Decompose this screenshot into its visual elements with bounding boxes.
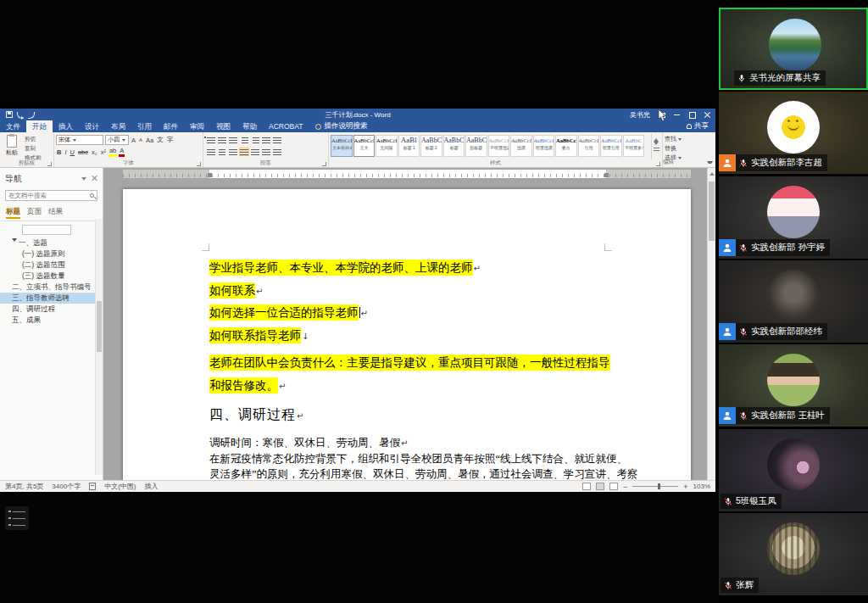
participant-tile[interactable]: 实践创新部 王桂叶 — [719, 344, 868, 427]
participant-tile[interactable]: 实践创新部李吉超 — [719, 92, 868, 174]
paragraph-dialog-launcher[interactable] — [322, 162, 326, 166]
style-card[interactable]: AaBbCcD文本框样式 — [331, 135, 353, 157]
tab-mailings[interactable]: 邮件 — [158, 120, 184, 132]
find-button[interactable]: 查找 — [665, 134, 704, 143]
save-icon[interactable] — [6, 111, 13, 118]
style-card[interactable]: AaBbC不明显参考 — [623, 135, 645, 157]
borders-button[interactable] — [273, 148, 281, 155]
tab-home[interactable]: 开始 — [26, 120, 53, 132]
nav-heading-item[interactable]: 五、成果 — [0, 315, 103, 326]
share-button[interactable]: 共享 — [680, 120, 715, 132]
phonetic-guide-button[interactable]: 文 — [156, 136, 164, 144]
underline-button[interactable]: U — [70, 148, 75, 156]
style-card[interactable]: AaBbC标题 2 — [420, 135, 442, 157]
print-layout-button[interactable] — [596, 483, 604, 490]
nav-tab-results[interactable]: 结果 — [48, 207, 63, 219]
bold-button[interactable]: B — [56, 148, 62, 156]
nav-heading-item[interactable]: (一) 选题原则 — [0, 248, 103, 260]
nav-close-icon[interactable] — [92, 175, 97, 181]
superscript-button[interactable]: x² — [100, 148, 107, 156]
increase-indent-button[interactable] — [251, 137, 259, 143]
shading-button[interactable] — [262, 148, 270, 155]
style-card[interactable]: AaBl标题 1 — [398, 135, 420, 157]
doc-line[interactable]: 和报告修改。↵ — [209, 378, 616, 394]
multilevel-list-button[interactable] — [229, 137, 237, 143]
document-search-box[interactable] — [5, 190, 97, 201]
nav-options-chevron-icon[interactable] — [81, 177, 86, 183]
tab-references[interactable]: 引用 — [131, 120, 158, 132]
tab-file[interactable]: 文件 — [0, 120, 26, 132]
align-center-button[interactable] — [218, 148, 226, 155]
style-card[interactable]: AaBbCcD不明显强调 — [488, 135, 510, 157]
show-marks-button[interactable] — [273, 137, 281, 143]
tell-me-search[interactable]: 操作说明搜索 — [309, 120, 374, 132]
style-card[interactable]: AaBbC副标题 — [465, 135, 487, 157]
search-input[interactable] — [8, 192, 88, 199]
doc-line[interactable]: 如何选择一位合适的指导老师↵ — [209, 305, 616, 321]
styles-gallery-scroll[interactable] — [651, 134, 660, 159]
zoom-slider[interactable] — [632, 486, 678, 487]
scroll-up-icon[interactable] — [709, 170, 715, 176]
change-case-button[interactable]: Aa — [145, 137, 154, 144]
document-page[interactable]: 学业指导老师、本专业、本学院的老师、上课的老师↵ 如何联系↵ 如何选择一位合适的… — [123, 189, 691, 480]
style-card[interactable]: AaBbCcD无间隔 — [376, 135, 398, 157]
replace-button[interactable]: 替换 — [665, 143, 704, 153]
nav-heading-item[interactable]: 四、调研过程 — [0, 304, 103, 315]
word-count[interactable]: 3400个字 — [52, 482, 81, 491]
gallery-up-icon[interactable] — [654, 136, 659, 142]
nav-pane-scrollbar[interactable] — [95, 219, 103, 475]
sort-button[interactable] — [262, 137, 270, 143]
gallery-down-icon[interactable] — [654, 142, 659, 148]
account-user-name[interactable]: 吴书光 — [630, 110, 650, 120]
participant-tile[interactable]: 张辉 — [719, 513, 868, 595]
doc-line[interactable]: 如何联系↵ — [209, 283, 616, 299]
styles-dialog-launcher[interactable] — [656, 162, 660, 166]
document-scrollbar[interactable] — [707, 168, 715, 480]
nav-heading-item[interactable]: 二、立项书、指导书编号 — [0, 282, 103, 293]
nav-heading-item[interactable]: (三) 选题数量 — [0, 271, 103, 282]
collapse-ribbon-icon[interactable] — [707, 161, 713, 165]
proofing-icon[interactable] — [89, 483, 96, 490]
minimize-button[interactable] — [673, 111, 681, 119]
zoom-out-button[interactable]: − — [623, 483, 627, 490]
grow-font-button[interactable]: A — [131, 137, 136, 144]
doc-heading[interactable]: 四、调研过程↵ — [209, 406, 616, 424]
floating-toolbar-icon[interactable] — [5, 506, 29, 530]
redo-icon[interactable] — [28, 112, 35, 119]
numbering-button[interactable] — [218, 137, 226, 143]
align-left-button[interactable] — [207, 148, 215, 155]
nav-heading-item-selected[interactable]: 三、指导教师选聘 — [0, 293, 103, 304]
font-dialog-launcher[interactable] — [197, 162, 201, 166]
scrollbar-thumb[interactable] — [709, 181, 715, 241]
character-border-button[interactable]: 字 — [166, 136, 175, 144]
doc-line[interactable]: 老师在团队中会负责什么：主要是指导建议，重点项目可跟随，一般性过程指导 — [209, 355, 616, 371]
subscript-button[interactable]: x₂ — [91, 148, 98, 156]
page-indicator[interactable]: 第4页, 共5页 — [5, 482, 43, 491]
style-card[interactable]: AaBbCcD要点 — [555, 135, 577, 157]
zoom-level[interactable]: 103% — [693, 483, 710, 490]
font-size-combobox[interactable]: 小四 — [105, 135, 129, 145]
undo-icon[interactable] — [17, 112, 24, 119]
web-layout-button[interactable] — [609, 483, 618, 490]
tab-design[interactable]: 设计 — [79, 120, 105, 132]
tab-layout[interactable]: 布局 — [105, 120, 131, 132]
doc-line[interactable]: 灵活多样”的原则，充分利用寒假、双休日、劳动周、暑假，通过社会调查、学习宣讲、考… — [209, 467, 616, 480]
search-icon[interactable] — [90, 193, 94, 198]
tab-view[interactable]: 视图 — [210, 120, 236, 132]
clipboard-dialog-launcher[interactable] — [47, 162, 52, 166]
tab-insert[interactable]: 插入 — [53, 120, 79, 132]
language-indicator[interactable]: 中文(中国) — [104, 482, 136, 491]
tab-acrobat[interactable]: ACROBAT — [263, 120, 309, 132]
participant-tile[interactable]: 5班银玉凤 — [719, 429, 868, 511]
zoom-in-button[interactable]: + — [683, 483, 687, 490]
doc-line[interactable]: 在新冠疫情常态化防控背景下，组织和引导全校团员青年按照“线上线下结合、就近就便、 — [209, 452, 616, 466]
participant-tile[interactable]: 吴书光的屏幕共享 — [719, 8, 868, 90]
italic-button[interactable]: I — [64, 148, 67, 156]
style-card[interactable]: AaBbCcD强调 — [510, 135, 532, 157]
nav-tab-pages[interactable]: 页面 — [27, 207, 42, 219]
decrease-indent-button[interactable] — [240, 137, 248, 143]
style-card[interactable]: AaBbCcD正文 — [353, 135, 376, 157]
text-highlight-color-button[interactable]: ab — [108, 147, 117, 157]
nav-heading-item[interactable]: (二) 选题范围 — [0, 260, 103, 271]
close-button[interactable] — [704, 111, 711, 119]
